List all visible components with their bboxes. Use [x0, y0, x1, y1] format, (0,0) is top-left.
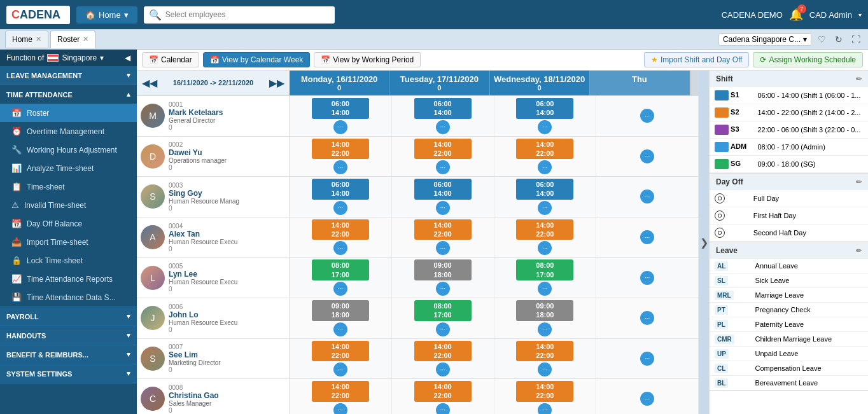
more-button[interactable]: ··· — [436, 120, 450, 134]
day-cell[interactable]: 14:0022:00··· — [494, 379, 597, 414]
sidebar-item-reports[interactable]: 📈 Time Attendance Reports — [0, 270, 137, 288]
search-input[interactable] — [165, 10, 330, 19]
day-cell[interactable]: 14:0022:00··· — [494, 137, 597, 177]
day-cell[interactable]: ··· — [596, 96, 699, 136]
day-cell[interactable]: 09:0018:00··· — [392, 258, 494, 298]
more-button[interactable]: ··· — [538, 362, 552, 376]
sidebar-item-overtime[interactable]: ⏰ Overtime Management — [0, 122, 137, 141]
view-period-button[interactable]: 📅 View by Working Period — [314, 52, 421, 67]
more-button[interactable]: ··· — [333, 241, 347, 255]
more-button[interactable]: ··· — [538, 160, 552, 174]
more-button[interactable]: ··· — [333, 282, 347, 296]
day-cell[interactable]: 09:0018:00··· — [494, 298, 597, 338]
day-cell[interactable]: ··· — [596, 177, 699, 217]
import-shift-button[interactable]: ★ Import Shift and Day Off — [644, 52, 750, 67]
day-cell[interactable]: 14:0022:00··· — [392, 217, 494, 258]
more-button[interactable]: ··· — [333, 322, 347, 336]
day-cell[interactable]: ··· — [596, 379, 699, 414]
panel-collapse-button[interactable]: ❯ — [699, 71, 709, 414]
day-cell[interactable]: 14:0022:00··· — [392, 137, 494, 177]
day-cell[interactable]: 14:0022:00··· — [494, 217, 597, 258]
more-button[interactable]: ··· — [640, 149, 654, 163]
sidebar-item-invalid[interactable]: ⚠ Invalid Time-sheet — [0, 196, 137, 214]
sidebar-collapse-icon[interactable]: ◀ — [125, 53, 130, 62]
more-button[interactable]: ··· — [538, 403, 552, 414]
more-button[interactable]: ··· — [538, 322, 552, 336]
day-cell[interactable]: 14:0022:00··· — [392, 339, 494, 379]
day-cell[interactable]: 06:0014:00··· — [392, 96, 494, 136]
more-button[interactable]: ··· — [436, 403, 450, 414]
more-button[interactable]: ··· — [436, 241, 450, 255]
day-cell[interactable]: 06:0014:00··· — [392, 177, 494, 217]
country-arrow[interactable]: ▾ — [100, 53, 104, 62]
more-button[interactable]: ··· — [333, 362, 347, 376]
tab-roster[interactable]: Roster ✕ — [50, 31, 95, 48]
day-cell[interactable]: 08:0017:00··· — [494, 258, 597, 298]
sidebar-item-timesheet[interactable]: 📋 Time-sheet — [0, 177, 137, 196]
rp-leave-header[interactable]: Leave ✏ — [710, 242, 868, 259]
calendar-view-button[interactable]: 📅 Calendar — [142, 52, 199, 67]
company-selector[interactable]: Cadena Singapore C... ▾ — [718, 33, 811, 46]
day-cell[interactable]: 14:0022:00··· — [392, 379, 494, 414]
day-cell[interactable]: 14:0022:00··· — [290, 339, 392, 379]
more-button[interactable]: ··· — [538, 282, 552, 296]
tab-roster-close[interactable]: ✕ — [83, 35, 88, 43]
day-cell[interactable]: ··· — [596, 339, 699, 379]
day-cell[interactable]: 06:0014:00··· — [494, 96, 597, 136]
day-cell[interactable]: 14:0022:00··· — [290, 379, 392, 414]
view-week-button[interactable]: 📅 View by Calendar Week — [203, 52, 311, 67]
day-cell[interactable]: 08:0017:00··· — [290, 258, 392, 298]
more-button[interactable]: ··· — [436, 201, 450, 215]
day-cell[interactable]: 14:0022:00··· — [494, 339, 597, 379]
day-cell[interactable]: ··· — [596, 217, 699, 258]
day-cell[interactable]: 08:0017:00··· — [392, 298, 494, 338]
notification-button[interactable]: 🔔 7 — [789, 8, 803, 22]
more-button[interactable]: ··· — [333, 160, 347, 174]
more-button[interactable]: ··· — [333, 403, 347, 414]
sidebar-benefit-header[interactable]: BENEFIT & REIMBURS... ▾ — [0, 345, 137, 364]
more-button[interactable]: ··· — [538, 120, 552, 134]
sidebar-handouts-header[interactable]: HANDOUTS ▾ — [0, 326, 137, 345]
more-button[interactable]: ··· — [640, 271, 654, 285]
refresh-button[interactable]: ↻ — [832, 33, 845, 46]
day-cell[interactable]: ··· — [596, 298, 699, 338]
rp-dayoff-header[interactable]: Day Off ✏ — [710, 174, 868, 190]
day-cell[interactable]: ··· — [596, 137, 699, 177]
more-button[interactable]: ··· — [436, 322, 450, 336]
more-button[interactable]: ··· — [640, 392, 654, 406]
more-button[interactable]: ··· — [640, 190, 654, 204]
shift-edit-icon[interactable]: ✏ — [856, 75, 862, 83]
tab-home-close[interactable]: ✕ — [36, 35, 41, 43]
leave-edit-icon[interactable]: ✏ — [856, 247, 862, 255]
more-button[interactable]: ··· — [436, 282, 450, 296]
grid-body[interactable]: M 0001 Mark Ketelaars General Director 0… — [137, 96, 699, 414]
home-button[interactable]: 🏠 Home ▾ — [76, 6, 137, 24]
more-button[interactable]: ··· — [538, 201, 552, 215]
sidebar-item-lock[interactable]: 🔒 Lock Time-sheet — [0, 251, 137, 270]
sidebar-payroll-header[interactable]: PAYROLL ▾ — [0, 307, 137, 326]
more-button[interactable]: ··· — [640, 230, 654, 244]
more-button[interactable]: ··· — [436, 362, 450, 376]
sidebar-item-roster[interactable]: 📅 Roster — [0, 104, 137, 122]
search-bar[interactable]: 🔍 — [144, 6, 335, 24]
day-cell[interactable]: 09:0018:00··· — [290, 298, 392, 338]
sidebar-time-header[interactable]: TIME ATTENDANCE ▴ — [0, 85, 137, 104]
day-cell[interactable]: ··· — [596, 258, 699, 298]
more-button[interactable]: ··· — [538, 241, 552, 255]
more-button[interactable]: ··· — [640, 311, 654, 325]
sidebar-item-working-hours[interactable]: 🔧 Working Hours Adjustment — [0, 141, 137, 159]
user-menu-arrow[interactable]: ▾ — [858, 11, 862, 18]
tab-home[interactable]: Home ✕ — [5, 31, 48, 48]
expand-button[interactable]: ⛶ — [849, 33, 863, 46]
more-button[interactable]: ··· — [640, 352, 654, 366]
rp-shift-header[interactable]: Shift ✏ — [710, 71, 868, 87]
more-button[interactable]: ··· — [333, 201, 347, 215]
day-cell[interactable]: 14:0022:00··· — [290, 217, 392, 258]
sidebar-item-dayoff[interactable]: 📆 Day Off Balance — [0, 214, 137, 233]
day-cell[interactable]: 06:0014:00··· — [494, 177, 597, 217]
day-cell[interactable]: 14:0022:00··· — [290, 137, 392, 177]
more-button[interactable]: ··· — [640, 109, 654, 123]
more-button[interactable]: ··· — [333, 120, 347, 134]
prev-week-button[interactable]: ◀◀ — [142, 77, 157, 89]
assign-schedule-button[interactable]: ⟳ Assign Working Schedule — [753, 52, 863, 67]
